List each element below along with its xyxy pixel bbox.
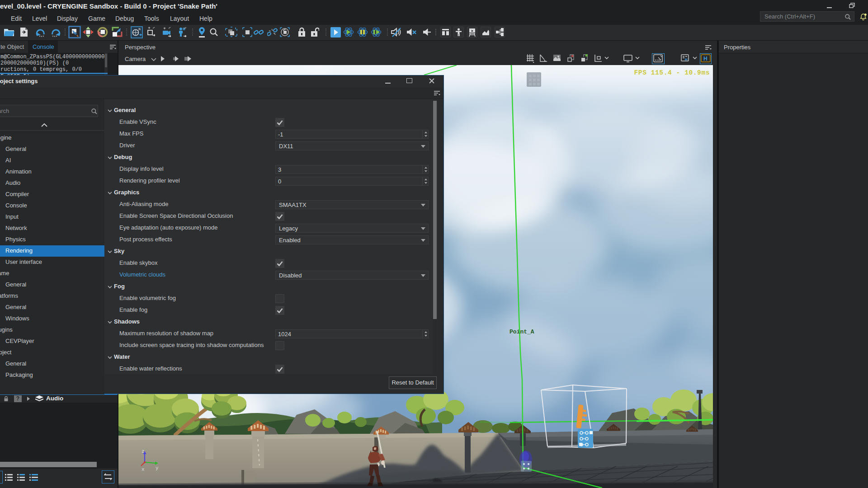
svg-text:x: x xyxy=(142,467,145,472)
svg-text:H: H xyxy=(703,56,708,62)
svg-text:y: y xyxy=(156,465,159,471)
svg-text:z: z xyxy=(142,449,145,454)
svg-text:Point_A: Point_A xyxy=(509,328,534,335)
svg-text:H: H xyxy=(685,57,688,61)
